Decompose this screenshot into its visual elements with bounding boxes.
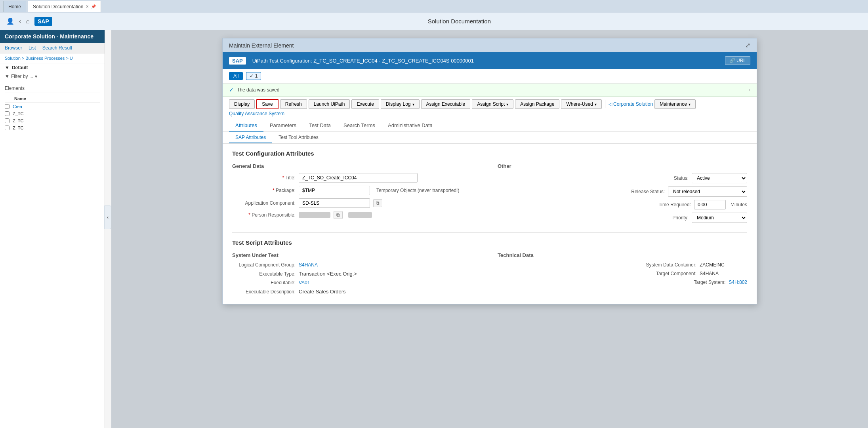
assign-executable-button[interactable]: Assign Executable [421,99,471,109]
home-icon[interactable]: ⌂ [26,18,30,25]
sub-tab-sap-attributes[interactable]: SAP Attributes [229,132,272,143]
app-component-label: Application Component: [232,200,296,206]
app-component-input[interactable] [299,198,370,208]
assign-script-button[interactable]: Assign Script ▾ [472,99,513,109]
executable-desc-row: Executable Description: Create Sales Ord… [232,289,482,295]
list-item-checkbox-1[interactable] [5,111,10,116]
dialog-title: Maintain External Element [229,42,294,49]
priority-row: Priority: Low Medium High [498,213,747,223]
success-text: The data was saved [237,87,279,93]
technical-data-section: Technical Data System Data Container: ZA… [498,252,747,298]
filter-tab-check[interactable]: ✓ 1 [246,72,261,80]
corporate-solution-link[interactable]: ◁ Corporate Solution [609,101,653,107]
status-label: Status: [625,175,689,181]
status-select[interactable]: Active Inactive [692,173,747,183]
expand-icon: ▼ [5,65,10,70]
display-button[interactable]: Display [229,99,255,109]
logical-component-label: Logical Component Group: [232,262,296,268]
person-row: Person Responsible: ⧉ [232,211,482,219]
display-log-button[interactable]: Display Log ▾ [381,99,420,109]
person-field-2 [348,212,372,218]
back-icon[interactable]: ‹ [19,18,21,25]
assign-package-button[interactable]: Assign Package [515,99,559,109]
filter-tab-all[interactable]: All [229,72,243,80]
success-message: ✓ The data was saved › [223,84,757,97]
executable-row: Executable: VA01 [232,280,482,285]
executable-value[interactable]: VA01 [299,280,310,285]
package-label: Package: [232,188,296,193]
dialog-overlay: Maintain External Element ⤢ SAP UiPath T… [111,30,868,428]
priority-select[interactable]: Low Medium High [692,213,747,223]
launch-uipath-button[interactable]: Launch UiPath [309,99,350,109]
technical-data-label: Technical Data [498,252,747,258]
title-label: Title: [232,175,296,181]
save-button[interactable]: Save [256,99,278,109]
time-input[interactable] [694,200,726,209]
list-item: Z_TC [5,124,100,131]
assign-script-dropdown-icon: ▾ [506,102,508,107]
sidebar-collapse-btn[interactable]: ‹ [104,205,111,229]
executable-desc-value: Create Sales Orders [299,289,346,295]
release-status-row: Release Status: Not released Released [498,186,747,197]
executable-label: Executable: [232,280,296,285]
sub-tabs: SAP Attributes Test Tool Attributes [223,132,757,144]
logical-component-value[interactable]: S4HANA [299,262,318,268]
executable-desc-label: Executable Description: [232,289,296,295]
app-component-copy-btn[interactable]: ⧉ [373,199,382,207]
refresh-button[interactable]: Refresh [280,99,307,109]
person-copy-btn[interactable]: ⧉ [334,211,343,219]
tab-close-icon[interactable]: ✕ [86,4,89,9]
target-system-row: Target System: S4H:802 [498,280,747,285]
release-status-label: Release Status: [601,189,665,194]
separator [605,100,605,108]
list-item-checkbox-3[interactable] [5,126,10,130]
title-row: Title: [232,173,482,183]
execute-button[interactable]: Execute [351,99,379,109]
tab-solution-doc[interactable]: Solution Documentation ✕ 📌 [28,1,101,12]
main-tabs: Attributes Parameters Test Data Search T… [223,119,757,132]
sidebar-nav-search[interactable]: Search Result [42,45,72,51]
test-config-title: Test Configuration Attributes [232,150,747,158]
time-required-label: Time Required: [628,202,691,207]
maintenance-dropdown-icon: ▾ [689,102,691,107]
list-item: Z_TC [5,110,100,117]
tab-admin-data[interactable]: Administrative Data [382,119,439,132]
content-area: Test Configuration Attributes General Da… [223,144,757,304]
home-tab-label: Home [8,4,21,10]
dialog-expand-icon[interactable]: ⤢ [745,42,750,49]
person-field-1[interactable] [299,212,330,218]
list-item-text-3: Z_TC [13,126,24,130]
where-used-button[interactable]: Where-Used ▾ [561,99,601,109]
general-data-label: General Data [232,163,482,169]
list-item-checkbox-0[interactable] [5,104,10,109]
sidebar-nav-list[interactable]: List [29,45,36,51]
tab-search-terms[interactable]: Search Terms [337,119,382,132]
tab-home[interactable]: Home [3,1,26,12]
target-system-value[interactable]: S4H:802 [729,280,747,285]
list-item-checkbox-2[interactable] [5,118,10,123]
dialog-title-bar: Maintain External Element ⤢ [223,38,757,52]
list-item-text-1: Z_TC [13,111,24,116]
package-input[interactable] [299,186,370,195]
sap-inner-logo: SAP [229,57,246,65]
user-icon[interactable]: 👤 [6,17,14,25]
filter-row[interactable]: ▼ Filter by ... ▾ [0,72,105,81]
tab-test-data[interactable]: Test Data [303,119,337,132]
target-system-label: Target System: [646,280,725,285]
sidebar-nav-browser[interactable]: Browser [5,45,22,51]
url-button[interactable]: 🔗 URL [725,56,750,65]
tab-parameters[interactable]: Parameters [263,119,303,132]
tab-attributes[interactable]: Attributes [229,119,263,132]
other-section: Other Status: Active Inactive Release St… [498,163,747,226]
target-component-row: Target Component: S4HANA [498,271,747,276]
list-item-link-0[interactable]: Crea [13,104,22,109]
sub-tab-test-tool[interactable]: Test Tool Attributes [272,132,325,143]
list-header: Name [5,95,100,103]
quality-system-link[interactable]: Quality Assurance System [229,111,284,116]
message-arrow[interactable]: › [749,87,750,93]
maintenance-button[interactable]: Maintenance ▾ [654,99,696,109]
release-status-select[interactable]: Not released Released [668,186,747,197]
title-input[interactable] [299,173,418,183]
action-toolbar: Display Save Refresh Launch UiPath Execu… [223,97,757,119]
sidebar-default: ▼ Default [0,63,105,72]
